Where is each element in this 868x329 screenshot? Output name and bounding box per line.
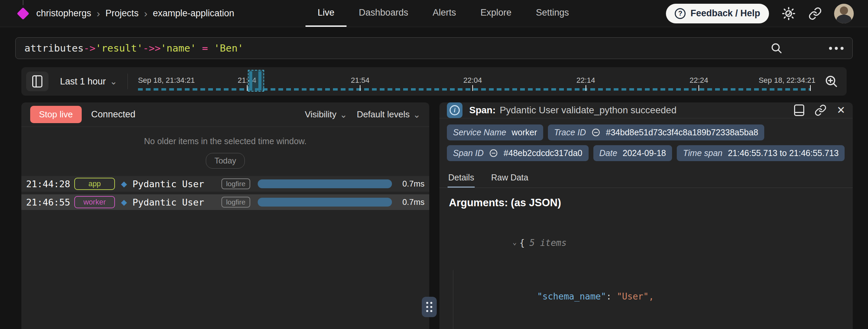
panel-layout-icon (32, 75, 42, 88)
timeline-panel: Last 1 hour ⌄ Sep 18, 21:34:21 Sep 18, 2… (21, 67, 847, 96)
more-options-icon[interactable] (829, 47, 844, 50)
divider (127, 74, 128, 89)
timeline-selection-window[interactable] (248, 70, 264, 92)
tab-explore[interactable]: Explore (468, 0, 524, 27)
user-avatar[interactable] (834, 4, 854, 23)
app-root: christophergs › Projects › example-appli… (0, 0, 868, 329)
json-root-line: ⌄{5 items (449, 216, 843, 270)
span-info-icon: i (447, 102, 462, 118)
time-range-dropdown[interactable]: Last 1 hour ⌄ (60, 76, 117, 87)
json-item-count: 5 items (530, 238, 567, 248)
timeline-dashed-line (138, 88, 811, 91)
default-levels-dropdown[interactable]: Default levels ⌄ (357, 109, 420, 120)
duration-bar (258, 198, 392, 207)
detail-panel-title: Span:Pydantic User validate_python succe… (469, 105, 787, 116)
feedback-help-button[interactable]: ? Feedback / Help (666, 4, 769, 23)
copy-link-icon[interactable] (814, 104, 827, 116)
chevron-right-icon: › (97, 8, 100, 19)
visibility-label: Visibility (305, 109, 336, 120)
panel-resize-handle[interactable] (422, 297, 437, 317)
timeline-tick-label: 22:24 (690, 76, 708, 85)
tab-settings[interactable]: Settings (524, 0, 581, 27)
chevron-right-icon: › (144, 8, 147, 19)
json-root-block: "schema_name": "User", "validation_metho… (453, 270, 843, 329)
query-token-attribute: attributes (24, 42, 84, 54)
service-badge: worker (74, 196, 115, 208)
log-timestamp: 21:44:28 (26, 179, 72, 189)
collapse-caret-icon[interactable]: ⌄ (513, 233, 517, 251)
span-detail-panel: i Span:Pydantic User validate_python suc… (439, 102, 853, 329)
chevron-down-icon: ⌄ (110, 77, 117, 86)
logfire-tag: logfire (221, 178, 250, 189)
timeline-tick-label: 22:14 (576, 76, 595, 85)
breadcrumb-project[interactable]: example-application (153, 8, 234, 19)
json-brace: { (519, 238, 525, 248)
breadcrumb-projects[interactable]: Projects (105, 8, 139, 19)
query-token-string: 'name' (161, 42, 196, 54)
timeline-end-label: Sep 18, 22:34:21 (758, 76, 815, 85)
log-row[interactable]: 21:44:28 app ◆ Pydantic User logfire 0.7… (21, 176, 429, 192)
span-title-prefix: Span: (469, 105, 496, 115)
json-field: "schema_name": "User", (463, 270, 843, 323)
live-panel-header: Stop live Connected Visibility ⌄ Default… (21, 102, 429, 127)
badge-value: #34bd8e51d73c3f4c8a189b72338a5ba8 (606, 128, 758, 137)
query-token-operator: = (196, 42, 214, 54)
logo-hang-line (23, 0, 23, 5)
span-diamond-icon: ◆ (121, 198, 127, 207)
share-link-icon[interactable] (808, 7, 822, 20)
timeline-histogram-bar (249, 71, 252, 90)
date-badge: Date 2024-09-18 (593, 145, 672, 161)
timeline-tick-mark (247, 85, 248, 91)
service-name-badge: Service Name worker (447, 124, 543, 140)
tab-details[interactable]: Details (448, 167, 475, 188)
tab-live[interactable]: Live (305, 0, 347, 27)
tab-dashboards[interactable]: Dashboards (347, 0, 420, 27)
query-input[interactable]: attributes->'result'->>'name' = 'Ben' (15, 37, 853, 59)
span-name: Pydantic User (133, 197, 221, 208)
feedback-help-label: Feedback / Help (690, 8, 760, 19)
duration-value: 0.7ms (399, 179, 425, 189)
badge-label: Span ID (453, 148, 484, 158)
timeline-tick-label: 22:04 (463, 76, 482, 85)
trace-id-badge: Trace ID #34bd8e51d73c3f4c8a189b72338a5b… (548, 124, 764, 140)
badge-label: Time span (683, 148, 723, 158)
span-title-text: Pydantic User validate_python succeeded (500, 105, 676, 115)
span-id-badge: Span ID #48eb2cdcdc317da0 (447, 145, 589, 161)
breadcrumb-org[interactable]: christophergs (36, 8, 91, 19)
nav-tabs: Live Dashboards Alerts Explore Settings (305, 0, 581, 27)
question-circle-icon: ? (675, 8, 686, 19)
today-button[interactable]: Today (206, 153, 244, 169)
json-key: "schema_name" (537, 291, 606, 302)
sidebar-toggle-button[interactable] (26, 72, 48, 91)
tab-raw-data[interactable]: Raw Data (490, 167, 529, 188)
breadcrumb: christophergs › Projects › example-appli… (36, 0, 234, 27)
log-row-selected[interactable]: 21:46:55 worker ◆ Pydantic User logfire … (21, 194, 429, 210)
link-icon[interactable] (591, 128, 600, 137)
close-icon[interactable]: ✕ (837, 105, 845, 115)
visibility-dropdown[interactable]: Visibility ⌄ (305, 109, 347, 120)
badge-label: Trace ID (554, 128, 586, 137)
span-metadata-badges: Service Name worker Trace ID #34bd8e51d7… (439, 118, 853, 164)
json-tree: ⌄{5 items "schema_name": "User", "valida… (449, 216, 843, 329)
logfire-logo[interactable] (19, 9, 27, 18)
timeline-end-tick-mark (810, 85, 811, 91)
query-token-operator: ->> (143, 42, 160, 54)
time-span-badge: Time span 21:46:55.713 to 21:46:55.713 (677, 145, 845, 161)
duration-value: 0.7ms (399, 197, 425, 207)
main-content: Stop live Connected Visibility ⌄ Default… (21, 102, 853, 329)
connection-status: Connected (91, 109, 136, 120)
query-token-string: 'Ben' (214, 42, 243, 54)
query-token-string: 'result' (96, 42, 143, 54)
badge-value: #48eb2cdcdc317da0 (504, 148, 582, 158)
chevron-down-icon: ⌄ (340, 110, 347, 119)
zoom-in-icon[interactable] (824, 74, 839, 89)
tab-alerts[interactable]: Alerts (420, 0, 468, 27)
badge-value: 21:46:55.713 to 21:46:55.713 (728, 148, 839, 158)
log-rows: 21:44:28 app ◆ Pydantic User logfire 0.7… (21, 176, 429, 213)
live-view-panel: Stop live Connected Visibility ⌄ Default… (21, 102, 429, 329)
span-diamond-icon: ◆ (121, 179, 127, 189)
timeline-track: Sep 18, 21:34:21 Sep 18, 22:34:21 21:44 … (138, 67, 815, 96)
dock-bottom-icon[interactable] (794, 104, 804, 116)
link-icon[interactable] (489, 149, 498, 158)
stop-live-button[interactable]: Stop live (30, 106, 82, 123)
